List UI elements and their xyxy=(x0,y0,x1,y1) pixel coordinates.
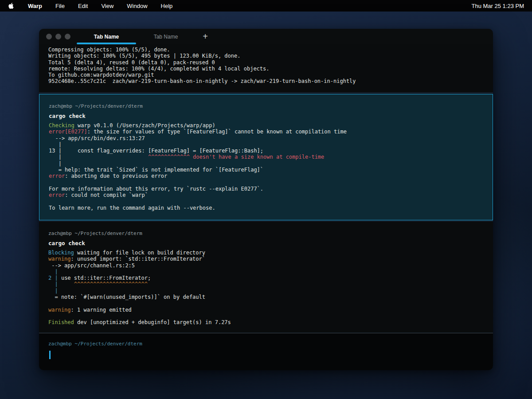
menubar-clock[interactable]: Thu Mar 25 1:23 PM xyxy=(472,3,524,9)
terminal-block-current-prompt[interactable]: zach@mbp ~/Projects/denver/dterm xyxy=(39,333,493,370)
terminal-block-warning[interactable]: zach@mbp ~/Projects/denver/dterm cargo c… xyxy=(39,222,493,332)
tab-inactive[interactable]: Tab Name xyxy=(136,29,196,44)
tab-active[interactable]: Tab Name xyxy=(77,29,136,44)
warp-window: Tab Name Tab Name + Compressing objects:… xyxy=(39,29,493,370)
close-button[interactable] xyxy=(46,34,52,39)
tab-label: Tab Name xyxy=(154,34,178,40)
tab-label: Tab Name xyxy=(94,34,119,40)
menu-item-file[interactable]: File xyxy=(55,3,65,9)
menu-item-view[interactable]: View xyxy=(101,3,113,9)
apple-icon[interactable] xyxy=(8,2,15,10)
minimize-button[interactable] xyxy=(55,34,61,39)
terminal-block-scrollback[interactable]: Compressing objects: 100% (5/5), done.Wr… xyxy=(39,44,493,92)
terminal-cursor xyxy=(49,351,51,359)
command-text: cargo check xyxy=(49,113,485,119)
block-output: Compressing objects: 100% (5/5), done.Wr… xyxy=(48,47,485,85)
block-output: Checking warp v0.1.0 (/Users/zach/Projec… xyxy=(49,122,485,211)
menu-item-warp[interactable]: Warp xyxy=(28,3,42,9)
prompt-line: zach@mbp ~/Projects/denver/dterm xyxy=(48,231,485,236)
window-controls xyxy=(39,29,77,44)
terminal-block-error-selected[interactable]: zach@mbp ~/Projects/denver/dterm cargo c… xyxy=(39,94,493,220)
menu-item-help[interactable]: Help xyxy=(161,3,173,9)
menu-item-edit[interactable]: Edit xyxy=(78,3,88,9)
prompt-line: zach@mbp ~/Projects/denver/dterm xyxy=(49,103,485,109)
menu-item-window[interactable]: Window xyxy=(127,3,147,9)
command-text: cargo check xyxy=(48,240,485,246)
menu-bar: Warp File Edit View Window Help Thu Mar … xyxy=(0,0,532,12)
block-output: Blocking waiting for file lock on build … xyxy=(48,250,485,326)
zoom-button[interactable] xyxy=(65,34,70,39)
new-tab-button[interactable]: + xyxy=(196,29,215,44)
tab-bar: Tab Name Tab Name + xyxy=(39,29,493,44)
prompt-line: zach@mbp ~/Projects/denver/dterm xyxy=(48,341,485,347)
